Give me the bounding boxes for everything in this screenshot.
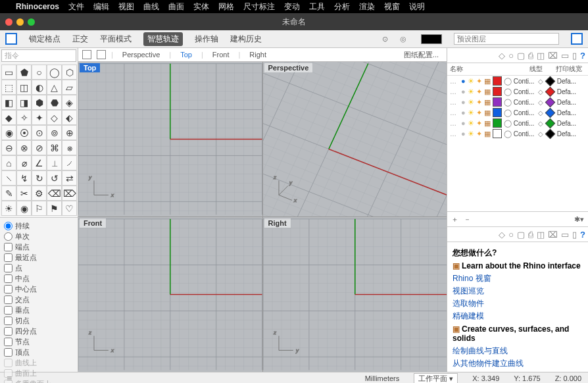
hp-display2-icon[interactable]: ▯	[572, 230, 577, 240]
help-link-curves-from[interactable]: 从其他物件建立曲线	[453, 358, 583, 369]
hp-box-icon[interactable]: ▢	[517, 230, 525, 240]
hp-props-icon[interactable]: ○	[508, 230, 514, 240]
tool-19[interactable]: ⬖	[62, 110, 77, 125]
layer-header-name[interactable]: 名称	[450, 64, 520, 74]
tool-17[interactable]: ✦	[32, 110, 47, 125]
layer-header-lt[interactable]: 线型	[520, 64, 552, 74]
menu-view[interactable]: 视图	[118, 1, 134, 13]
menu-tools[interactable]: 工具	[309, 1, 325, 13]
viewport-right-label[interactable]: Right	[264, 218, 291, 228]
tool-24[interactable]: ⊕	[62, 125, 77, 140]
hp-display-icon[interactable]: ▭	[561, 230, 569, 240]
status-units[interactable]: Millimeters	[365, 374, 400, 382]
tool-6[interactable]: ◫	[16, 80, 32, 95]
tab-perspective[interactable]: Perspective	[117, 50, 165, 59]
tool-9[interactable]: ▱	[62, 80, 77, 95]
left-sidebar-toggle[interactable]	[5, 33, 17, 45]
hp-render-icon[interactable]: ⎙	[528, 230, 533, 240]
tool-4[interactable]: ⬡	[62, 64, 77, 80]
close-button[interactable]	[5, 18, 12, 26]
tab-right[interactable]: Right	[244, 50, 272, 59]
tool-47[interactable]: ⚐	[32, 201, 47, 216]
layer-row-4[interactable]: …●☀✦▦◯Conti...◇Defa...	[447, 118, 588, 128]
osnap-check-8[interactable]	[4, 327, 12, 336]
tool-22[interactable]: ⊙	[32, 125, 47, 140]
tool-20[interactable]: ◉	[1, 125, 16, 140]
menu-edit[interactable]: 编辑	[93, 1, 109, 13]
viewport-top-label[interactable]: Top	[80, 63, 100, 72]
tool-29[interactable]: ⎈	[62, 140, 77, 155]
tool-1[interactable]: ⬟	[16, 64, 32, 80]
tool-33[interactable]: ⟂	[47, 155, 62, 170]
help-link-draw-curves[interactable]: 绘制曲线与直线	[453, 345, 583, 357]
layer-settings-button[interactable]: ✱▾	[574, 215, 584, 224]
tool-21[interactable]: ⦿	[16, 125, 32, 140]
help-icon[interactable]: ?	[580, 51, 585, 61]
osnap-check-3[interactable]	[4, 274, 12, 283]
viewport-layout-icon[interactable]	[82, 50, 91, 59]
layer-add-button[interactable]: ＋	[451, 215, 458, 224]
menu-file[interactable]: 文件	[68, 1, 84, 13]
tool-10[interactable]: ◧	[1, 95, 16, 110]
tool-13[interactable]: ⬣	[47, 95, 62, 110]
viewport-right[interactable]: Right y z	[263, 217, 447, 372]
tool-45[interactable]: ☀	[1, 201, 16, 216]
hp-lights-icon[interactable]: ⌧	[548, 230, 558, 240]
tool-16[interactable]: ✧	[16, 110, 32, 125]
help-link-rhino-window[interactable]: Rhino 视窗	[453, 273, 583, 284]
menu-analyze[interactable]: 分析	[334, 1, 350, 13]
menu-dimension[interactable]: 尺寸标注	[243, 1, 275, 13]
tool-46[interactable]: ◉	[16, 201, 32, 216]
menu-curve[interactable]: 曲线	[143, 1, 159, 13]
layout-config-button[interactable]: 图纸配置...	[404, 50, 443, 60]
color-swatch[interactable]	[421, 34, 442, 44]
viewport-front[interactable]: Front x z	[78, 217, 262, 372]
layers-icon[interactable]: ◇	[499, 51, 505, 61]
materials-icon[interactable]: ◫	[537, 51, 545, 61]
viewport-front-label[interactable]: Front	[80, 218, 106, 228]
planar-toggle[interactable]: 平面模式	[100, 34, 132, 45]
layer-header-pw[interactable]: 打印线宽	[552, 64, 585, 74]
status-cplane[interactable]: 工作平面 ▾	[414, 373, 458, 384]
tab-top[interactable]: Top	[175, 50, 197, 59]
menu-surface[interactable]: 曲面	[168, 1, 184, 13]
tool-7[interactable]: ◐	[32, 80, 47, 95]
viewport-single-icon[interactable]	[97, 50, 106, 59]
tool-48[interactable]: ⚑	[47, 201, 62, 216]
tool-28[interactable]: ⌘	[47, 140, 62, 155]
osnap-check-5[interactable]	[4, 295, 12, 304]
tool-35[interactable]: ⟍	[1, 170, 16, 186]
tool-31[interactable]: ⌀	[16, 155, 32, 170]
gumball-toggle[interactable]: 操作轴	[195, 34, 218, 45]
viewport-perspective[interactable]: Perspective x y z	[263, 62, 447, 217]
osnap-check-1[interactable]	[4, 253, 12, 262]
tool-32[interactable]: ∠	[32, 155, 47, 170]
menu-render[interactable]: 渲染	[359, 1, 375, 13]
tool-40[interactable]: ✎	[1, 186, 16, 201]
layer-remove-button[interactable]: －	[464, 215, 471, 224]
tool-3[interactable]: ◯	[47, 64, 62, 80]
tool-37[interactable]: ↻	[32, 170, 47, 186]
tool-38[interactable]: ↺	[47, 170, 62, 186]
tool-42[interactable]: ⚙	[32, 186, 47, 201]
record-icon[interactable]: ⊙	[382, 35, 388, 43]
tool-30[interactable]: ⌂	[1, 155, 16, 170]
menu-transform[interactable]: 变动	[284, 1, 300, 13]
hp-help-icon[interactable]: ?	[580, 230, 585, 240]
tool-25[interactable]: ⊖	[1, 140, 16, 155]
right-sidebar-toggle[interactable]	[571, 33, 583, 45]
layer-row-5[interactable]: …●☀✦▦◯Conti...◇Defa...	[447, 128, 588, 139]
menu-solid[interactable]: 实体	[193, 1, 209, 13]
tool-15[interactable]: ◆	[1, 110, 16, 125]
display2-icon[interactable]: ▯	[572, 51, 577, 61]
help-link-accurate[interactable]: 精确建模	[453, 311, 583, 322]
osnap-check-7[interactable]	[4, 317, 12, 325]
record2-icon[interactable]: ◎	[400, 35, 406, 43]
box-icon[interactable]: ▢	[517, 51, 525, 61]
lights-icon[interactable]: ⌧	[548, 51, 558, 61]
tool-5[interactable]: ⬚	[1, 80, 16, 95]
history-toggle[interactable]: 建构历史	[230, 34, 262, 45]
ortho-toggle[interactable]: 正交	[72, 34, 88, 45]
help-link-view-nav[interactable]: 视图巡览	[453, 286, 583, 297]
tool-27[interactable]: ⊘	[32, 140, 47, 155]
